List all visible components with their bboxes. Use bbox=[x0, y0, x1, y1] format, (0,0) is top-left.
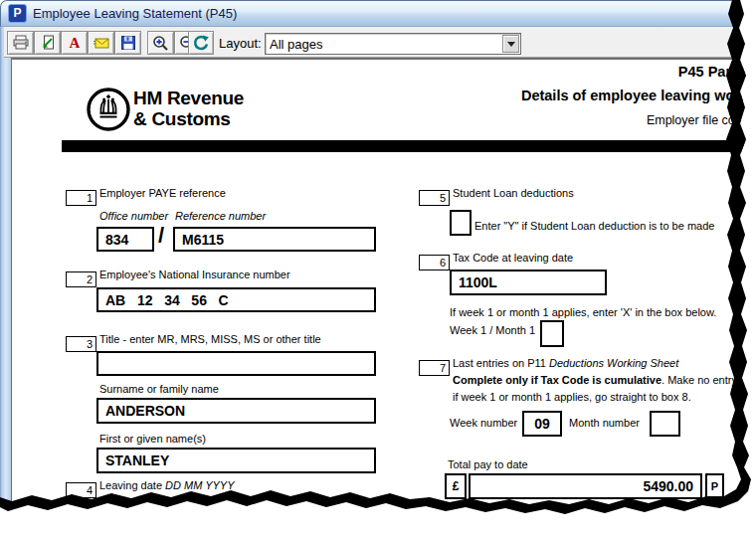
box7-note-line1: Complete only if Tax Code is cumulative.… bbox=[453, 374, 737, 386]
box2-label: Employee's National Insurance number bbox=[99, 269, 290, 280]
office-number-field: 834 bbox=[96, 227, 154, 252]
box4-label: Leaving date DD MM YYYY bbox=[99, 479, 235, 491]
header-divider-bar bbox=[62, 140, 750, 152]
box5-label: Student Loan deductions bbox=[453, 187, 574, 199]
week1-label: Week 1 / Month 1 bbox=[450, 324, 535, 336]
box6-marker: 6 bbox=[419, 255, 450, 271]
box7-note-line2: if week 1 or month 1 applies, go straigh… bbox=[453, 391, 691, 403]
box3-label: Title - enter MR, MRS, MISS, MS or other… bbox=[99, 333, 321, 345]
reference-number-label: Reference number bbox=[175, 210, 266, 222]
reference-number-field: M6115 bbox=[173, 227, 376, 252]
ni-number-field: AB 12 34 56 C bbox=[96, 287, 376, 312]
pence-box: P bbox=[705, 473, 724, 499]
copy-label: Employer file copy bbox=[647, 113, 748, 127]
box2-marker: 2 bbox=[66, 271, 96, 287]
hmrc-crown-logo-icon bbox=[86, 87, 131, 132]
org-name: HM Revenue & Customs bbox=[133, 88, 244, 129]
box6-label: Tax Code at leaving date bbox=[453, 252, 573, 264]
month-number-field bbox=[650, 411, 680, 437]
org-line1: HM Revenue bbox=[133, 88, 244, 108]
box3-marker: 3 bbox=[66, 336, 96, 352]
firstname-label: First or given name(s) bbox=[99, 433, 206, 445]
surname-field: ANDERSON bbox=[96, 398, 376, 424]
box7-marker: 7 bbox=[419, 360, 450, 376]
student-loan-checkbox bbox=[450, 210, 472, 236]
box4-label-text: Leaving date bbox=[99, 479, 165, 491]
p45-preview-window: P Employee Leaving Statement (P45) A bbox=[0, 0, 756, 542]
week-number-label: Week number bbox=[450, 417, 517, 429]
office-number-label: Office number bbox=[99, 210, 168, 222]
box4-label-format: DD MM YYYY bbox=[165, 479, 234, 491]
form-title: P45 Part 1 bbox=[678, 64, 748, 80]
paye-ref-separator: / bbox=[158, 223, 164, 249]
box1-marker: 1 bbox=[66, 190, 96, 206]
box7-label-text: Last entries on P11 bbox=[453, 357, 549, 369]
total-pay-field: 5490.00 bbox=[469, 473, 702, 499]
week1-hint: If week 1 or month 1 applies, enter 'X' … bbox=[450, 306, 716, 318]
box7-note-regular: . Make no entry bbox=[662, 374, 737, 386]
box1-label: Employer PAYE reference bbox=[99, 187, 226, 199]
box7-label-sheet: Deductions Working Sheet bbox=[549, 357, 678, 369]
week-number-field: 09 bbox=[522, 411, 562, 437]
document-preview: HM Revenue & Customs P45 Part 1 Details … bbox=[0, 0, 756, 542]
box4-marker: 4 bbox=[66, 482, 96, 498]
total-pay-label: Total pay to date bbox=[448, 458, 528, 470]
org-line2: & Customs bbox=[133, 108, 244, 129]
title-field bbox=[96, 351, 376, 376]
currency-box: £ bbox=[445, 473, 467, 499]
box5-marker: 5 bbox=[419, 190, 450, 206]
surname-label: Surname or family name bbox=[99, 383, 219, 395]
student-loan-hint: Enter "Y" if Student Loan deduction is t… bbox=[474, 220, 714, 232]
box7-note-bold: Complete only if Tax Code is cumulative bbox=[453, 374, 662, 386]
box7-label: Last entries on P11 Deductions Working S… bbox=[453, 357, 678, 369]
month-number-label: Month number bbox=[569, 417, 640, 429]
form-subtitle: Details of employee leaving work bbox=[521, 88, 748, 103]
week1-checkbox bbox=[540, 320, 564, 347]
firstname-field: STANLEY bbox=[96, 448, 376, 473]
tax-code-field: 1100L bbox=[450, 270, 607, 295]
